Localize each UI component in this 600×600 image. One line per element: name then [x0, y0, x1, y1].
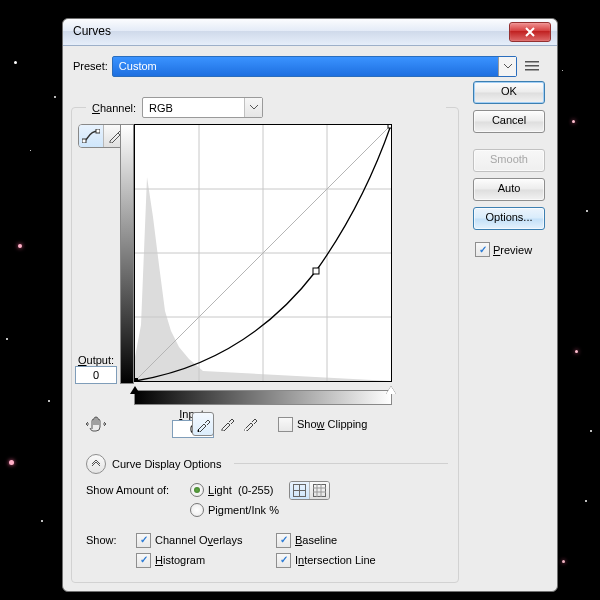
intersection-checkbox[interactable] — [276, 553, 291, 568]
ok-button[interactable]: OK — [473, 81, 545, 104]
options-button[interactable]: Options... — [473, 207, 545, 230]
chevron-down-icon — [244, 98, 262, 117]
input-gradient — [134, 390, 392, 405]
eyedropper-group — [192, 412, 260, 436]
divider — [234, 463, 448, 464]
window-title: Curves — [73, 24, 111, 38]
preset-label: Preset: — [73, 60, 108, 72]
toggle-display-options[interactable] — [86, 454, 106, 474]
output-gradient — [120, 124, 134, 384]
pigment-radio-label: Pigment/Ink % — [208, 504, 279, 516]
grid-fine[interactable] — [310, 482, 329, 499]
input-gradient-slider[interactable] — [134, 390, 392, 405]
svg-rect-2 — [525, 69, 539, 71]
grid-icon — [313, 484, 326, 497]
svg-rect-3 — [82, 139, 86, 143]
hand-icon — [85, 415, 107, 433]
titlebar[interactable]: Curves — [63, 19, 557, 46]
curve-icon — [82, 129, 100, 143]
channel-select[interactable]: RGB — [142, 97, 263, 118]
show-amount-label: Show Amount of: — [86, 484, 186, 496]
eyedropper-icon — [220, 415, 234, 431]
curve-point-shadow[interactable] — [135, 378, 138, 381]
grid-icon — [293, 484, 306, 497]
close-icon — [524, 27, 536, 37]
smooth-button: Smooth — [473, 149, 545, 172]
grid-size-toggle — [289, 481, 330, 500]
channel-value: RGB — [149, 102, 173, 114]
black-point-slider[interactable] — [130, 386, 140, 394]
curve-point-mid[interactable] — [313, 268, 319, 274]
pigment-radio[interactable] — [190, 503, 204, 517]
curve-point-highlight[interactable] — [388, 125, 391, 128]
white-eyedropper[interactable] — [240, 412, 260, 434]
svg-rect-0 — [525, 61, 539, 63]
show-label: Show: — [86, 534, 136, 546]
curve-graph[interactable] — [134, 124, 392, 382]
baseline-label: Baseline — [295, 534, 337, 546]
main-panel: Channel: RGB — [71, 107, 459, 583]
chevron-up-icon — [91, 460, 101, 468]
curve-point-tool[interactable] — [79, 125, 104, 147]
channel-overlays-label: Channel Overlays — [155, 534, 242, 546]
cancel-button[interactable]: Cancel — [473, 110, 545, 133]
curve-display-label: Curve Display Options — [112, 458, 221, 470]
eyedropper-icon — [243, 415, 257, 431]
white-point-slider[interactable] — [386, 386, 396, 394]
histogram-checkbox[interactable] — [136, 553, 151, 568]
baseline-checkbox[interactable] — [276, 533, 291, 548]
menu-icon — [525, 60, 539, 72]
preset-value: Custom — [119, 60, 157, 72]
channel-label: Channel: — [92, 102, 136, 114]
preset-select[interactable]: Custom — [112, 56, 517, 77]
intersection-label: Intersection Line — [295, 554, 376, 566]
light-radio[interactable] — [190, 483, 204, 497]
black-eyedropper[interactable] — [192, 412, 214, 436]
show-clipping-checkbox[interactable] — [278, 417, 293, 432]
svg-rect-14 — [314, 484, 326, 496]
curves-dialog: Curves Preset: Custom OK Ca — [62, 18, 558, 592]
grid-coarse[interactable] — [290, 482, 310, 499]
eyedropper-icon — [196, 416, 210, 432]
histogram-label: Histogram — [155, 554, 205, 566]
show-clipping-label: Show Clipping — [297, 418, 367, 430]
auto-button[interactable]: Auto — [473, 178, 545, 201]
preview-checkbox[interactable] — [475, 242, 490, 257]
output-label: Output: — [74, 354, 118, 366]
gray-eyedropper[interactable] — [217, 412, 237, 434]
svg-rect-4 — [96, 129, 100, 133]
chevron-down-icon — [498, 57, 516, 76]
output-field[interactable]: 0 — [75, 366, 117, 384]
preset-menu-button[interactable] — [520, 55, 544, 77]
scrubby-tool[interactable] — [82, 412, 110, 436]
light-radio-label: Light (0-255) — [208, 484, 273, 496]
close-button[interactable] — [509, 22, 551, 42]
channel-overlays-checkbox[interactable] — [136, 533, 151, 548]
preview-label: Preview — [493, 244, 532, 256]
